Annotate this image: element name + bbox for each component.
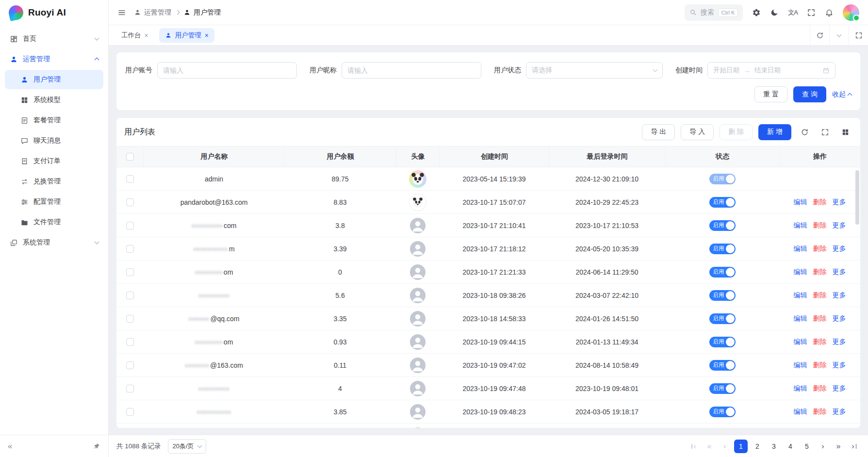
- status-toggle[interactable]: 启用: [709, 267, 736, 277]
- close-icon[interactable]: [205, 32, 209, 39]
- row-checkbox[interactable]: [126, 292, 134, 299]
- breadcrumb-current[interactable]: 用户管理: [183, 8, 221, 17]
- sidebar-item-payment-orders[interactable]: 支付订单: [5, 151, 103, 171]
- refresh-tab-icon[interactable]: [810, 25, 829, 45]
- pagination-last-button[interactable]: [848, 440, 860, 453]
- column-settings-icon[interactable]: [838, 125, 852, 139]
- status-toggle[interactable]: 启用: [709, 220, 736, 231]
- edit-link[interactable]: 编辑: [794, 338, 807, 346]
- page-button[interactable]: 4: [784, 440, 797, 453]
- edit-link[interactable]: 编辑: [794, 384, 807, 393]
- page-size-select[interactable]: 20条/页: [168, 439, 206, 454]
- status-toggle[interactable]: 启用: [709, 337, 736, 347]
- more-link[interactable]: 更多: [833, 338, 846, 346]
- delete-link[interactable]: 删除: [813, 408, 827, 416]
- more-link[interactable]: 更多: [833, 198, 846, 207]
- close-icon[interactable]: [145, 32, 148, 39]
- more-link[interactable]: 更多: [833, 221, 846, 230]
- delete-link[interactable]: 删除: [813, 314, 827, 323]
- add-button[interactable]: 新 增: [758, 124, 791, 140]
- delete-link[interactable]: 删除: [813, 338, 827, 346]
- user-avatar[interactable]: [843, 4, 859, 21]
- export-button[interactable]: 导 出: [642, 124, 675, 140]
- sidebar-item-package-management[interactable]: 套餐管理: [5, 111, 103, 130]
- delete-link[interactable]: 删除: [813, 221, 827, 230]
- row-checkbox[interactable]: [126, 222, 134, 229]
- status-toggle[interactable]: 启用: [709, 290, 736, 301]
- more-link[interactable]: 更多: [833, 245, 846, 253]
- vertical-scrollbar[interactable]: [855, 170, 859, 225]
- pagination-jump-forward-button[interactable]: [832, 440, 845, 453]
- tab-menu-chevron-icon[interactable]: [829, 25, 849, 45]
- edit-link[interactable]: 编辑: [794, 268, 807, 277]
- edit-link[interactable]: 编辑: [794, 245, 807, 253]
- page-button[interactable]: 3: [767, 440, 781, 453]
- more-link[interactable]: 更多: [833, 361, 846, 370]
- status-toggle[interactable]: 启用: [709, 313, 736, 324]
- sidebar-collapse-button[interactable]: [8, 442, 12, 450]
- refresh-table-icon[interactable]: [797, 125, 812, 139]
- global-search[interactable]: 搜索 Ctrl K: [685, 4, 743, 21]
- notification-bell-icon[interactable]: [825, 8, 834, 17]
- page-button[interactable]: 5: [800, 440, 814, 453]
- status-toggle[interactable]: 启用: [709, 407, 736, 417]
- delete-link[interactable]: 删除: [813, 291, 827, 300]
- sidebar-item-system-models[interactable]: 系统模型: [5, 90, 103, 110]
- status-toggle[interactable]: 启用: [709, 197, 736, 208]
- sidebar-item-chat-messages[interactable]: 聊天消息: [5, 131, 103, 150]
- row-checkbox[interactable]: [126, 245, 134, 253]
- search-button[interactable]: 查 询: [793, 86, 826, 102]
- page-button[interactable]: 1: [734, 440, 748, 453]
- sidebar-item-user-management[interactable]: 用户管理: [5, 70, 103, 89]
- more-link[interactable]: 更多: [833, 408, 846, 416]
- dark-mode-moon-icon[interactable]: [770, 8, 779, 17]
- collapse-filters-link[interactable]: 收起: [832, 90, 852, 99]
- edit-link[interactable]: 编辑: [794, 361, 807, 370]
- tab-user-management[interactable]: 用户管理: [159, 28, 214, 43]
- select-all-checkbox[interactable]: [126, 153, 134, 161]
- edit-link[interactable]: 编辑: [794, 408, 807, 416]
- sidebar-item-file-management[interactable]: 文件管理: [5, 212, 103, 232]
- content-fullscreen-icon[interactable]: [849, 25, 868, 45]
- sidebar-item-config-management[interactable]: 配置管理: [5, 192, 103, 212]
- pagination-next-button[interactable]: [817, 440, 829, 453]
- reset-button[interactable]: 重 置: [754, 86, 787, 102]
- delete-link[interactable]: 删除: [813, 268, 827, 277]
- sidebar-item-system-management[interactable]: 系统管理: [5, 233, 103, 252]
- delete-link[interactable]: 删除: [813, 198, 827, 207]
- edit-link[interactable]: 编辑: [794, 291, 807, 300]
- edit-link[interactable]: 编辑: [794, 221, 807, 230]
- date-range-picker[interactable]: 开始日期 结束日期: [707, 62, 835, 79]
- pin-icon[interactable]: [93, 442, 100, 450]
- more-link[interactable]: 更多: [833, 291, 846, 300]
- row-checkbox[interactable]: [126, 408, 134, 416]
- row-checkbox[interactable]: [126, 385, 134, 392]
- more-link[interactable]: 更多: [833, 314, 846, 323]
- edit-link[interactable]: 编辑: [794, 198, 807, 207]
- settings-gear-icon[interactable]: [752, 8, 761, 17]
- status-select[interactable]: 请选择: [526, 62, 663, 79]
- edit-link[interactable]: 编辑: [794, 314, 807, 323]
- import-button[interactable]: 导 入: [681, 124, 714, 140]
- more-link[interactable]: 更多: [833, 384, 846, 393]
- delete-link[interactable]: 删除: [813, 384, 827, 393]
- sidebar-item-operations[interactable]: 运营管理: [5, 49, 103, 69]
- row-checkbox[interactable]: [126, 338, 134, 346]
- tab-workbench[interactable]: 工作台: [115, 28, 154, 43]
- fullscreen-icon[interactable]: [807, 8, 816, 17]
- hamburger-menu-icon[interactable]: [117, 8, 126, 17]
- delete-link[interactable]: 删除: [813, 361, 827, 370]
- sidebar-item-home[interactable]: 首页: [5, 29, 103, 49]
- account-input[interactable]: [157, 62, 297, 79]
- breadcrumb-section[interactable]: 运营管理: [134, 8, 171, 17]
- status-toggle[interactable]: 启用: [709, 360, 736, 371]
- app-logo[interactable]: Ruoyi AI: [0, 0, 108, 25]
- delete-link[interactable]: 删除: [813, 245, 827, 253]
- page-button[interactable]: 2: [751, 440, 764, 453]
- row-checkbox[interactable]: [126, 175, 134, 183]
- row-checkbox[interactable]: [126, 268, 134, 276]
- status-toggle[interactable]: 启用: [709, 383, 736, 394]
- language-translate-icon[interactable]: [788, 8, 798, 17]
- sidebar-item-exchange-management[interactable]: 兑换管理: [5, 172, 103, 191]
- row-checkbox[interactable]: [126, 315, 134, 323]
